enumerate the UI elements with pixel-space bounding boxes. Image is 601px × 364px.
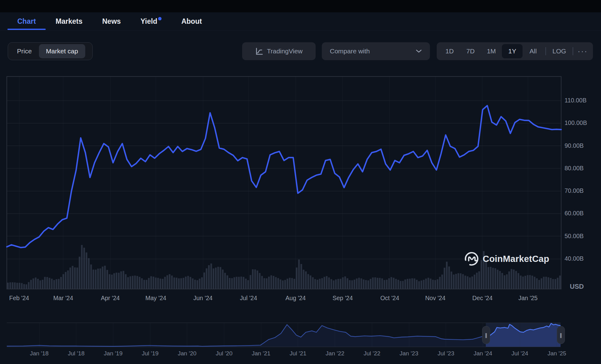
y-axis-label: 80.00B bbox=[565, 165, 601, 172]
chevron-down-icon bbox=[416, 49, 422, 53]
x-axis-label: May '24 bbox=[137, 295, 174, 302]
navigator-axis-label: Jan '22 bbox=[317, 350, 354, 357]
tab-label: About bbox=[181, 17, 202, 26]
y-axis-label: 50.00B bbox=[565, 233, 601, 240]
interval-7d-button[interactable]: 7D bbox=[460, 44, 481, 58]
tab-label: Yield bbox=[141, 17, 157, 26]
y-axis-label: 70.00B bbox=[565, 187, 601, 194]
toggle-option-market-cap[interactable]: Market cap bbox=[39, 44, 85, 58]
navigator-axis-label: Jul '24 bbox=[501, 350, 538, 357]
x-axis-label: Sep '24 bbox=[324, 295, 361, 302]
x-axis-label: Oct '24 bbox=[371, 295, 408, 302]
y-axis-label: 40.00B bbox=[565, 255, 601, 262]
tab-label: News bbox=[102, 17, 121, 26]
divider bbox=[545, 47, 546, 55]
x-axis-label: Nov '24 bbox=[417, 295, 454, 302]
interval-1y-button[interactable]: 1Y bbox=[502, 44, 523, 58]
tradingview-icon bbox=[255, 47, 263, 56]
tab-about[interactable]: About bbox=[171, 12, 212, 31]
navigator-axis-label: Jul '19 bbox=[132, 350, 169, 357]
tab-bar: ChartMarketsNewsYieldAbout bbox=[0, 12, 601, 31]
x-axis-label: Jul '24 bbox=[230, 295, 267, 302]
x-axis-label: Jan '25 bbox=[510, 295, 547, 302]
tab-yield[interactable]: Yield bbox=[131, 12, 171, 31]
toggle-option-price[interactable]: Price bbox=[10, 48, 39, 55]
chart-page: ChartMarketsNewsYieldAbout Price Market … bbox=[0, 0, 601, 364]
tradingview-label: TradingView bbox=[267, 48, 303, 55]
price-marketcap-toggle[interactable]: Price Market cap bbox=[8, 42, 93, 60]
y-axis-label: 110.00B bbox=[565, 97, 601, 104]
navigator-axis-label: Jan '25 bbox=[538, 350, 575, 357]
tab-label: Chart bbox=[17, 17, 36, 26]
x-axis-label: Dec '24 bbox=[464, 295, 501, 302]
chart-plot-area[interactable] bbox=[7, 77, 561, 289]
tab-news[interactable]: News bbox=[92, 12, 131, 31]
interval-1m-button[interactable]: 1M bbox=[481, 44, 502, 58]
interval-selector: 1D7D1M1YAllLOG··· bbox=[437, 42, 593, 60]
interval-1d-button[interactable]: 1D bbox=[439, 44, 460, 58]
navigator-axis-label: Jul '21 bbox=[279, 350, 317, 357]
tab-chart[interactable]: Chart bbox=[7, 12, 46, 31]
x-axis-label: Apr '24 bbox=[92, 295, 129, 302]
x-axis-label: Aug '24 bbox=[277, 295, 314, 302]
y-axis-label: 60.00B bbox=[565, 210, 601, 217]
navigator-axis-label: Jul '23 bbox=[427, 350, 464, 357]
compare-with-label: Compare with bbox=[330, 48, 370, 55]
navigator-left-handle[interactable]: ∥ bbox=[482, 326, 490, 344]
tab-row-divider bbox=[0, 30, 601, 31]
more-options-button[interactable]: ··· bbox=[575, 44, 590, 58]
navigator-right-handle[interactable]: ∥ bbox=[557, 326, 565, 344]
navigator-axis-label: Jan '20 bbox=[169, 350, 206, 357]
navigator-axis-label: Jul '22 bbox=[353, 350, 390, 357]
navigator-axis-label: Jan '18 bbox=[21, 350, 58, 357]
navigator-axis-label: Jul '18 bbox=[58, 350, 95, 357]
log-scale-button[interactable]: LOG bbox=[548, 44, 571, 58]
y-axis-label: 100.00B bbox=[565, 119, 601, 126]
x-axis-label: Jun '24 bbox=[184, 295, 221, 302]
divider bbox=[573, 47, 573, 55]
navigator-axis-label: Jan '19 bbox=[95, 350, 132, 357]
navigator-axis-label: Jul '20 bbox=[206, 350, 243, 357]
compare-with-dropdown[interactable]: Compare with bbox=[322, 42, 430, 60]
tab-label: Markets bbox=[56, 17, 82, 26]
x-axis-label: Mar '24 bbox=[45, 295, 82, 302]
top-inset bbox=[0, 0, 601, 12]
navigator-selection[interactable] bbox=[486, 323, 561, 347]
tab-markets[interactable]: Markets bbox=[46, 12, 92, 31]
navigator-axis-label: Jan '21 bbox=[242, 350, 279, 357]
y-axis-label: 90.00B bbox=[565, 142, 601, 149]
interval-all-button[interactable]: All bbox=[523, 44, 544, 58]
currency-label: USD bbox=[570, 283, 584, 291]
navigator-axis-label: Jan '23 bbox=[390, 350, 427, 357]
x-axis-label: Feb '24 bbox=[1, 295, 38, 302]
new-badge-dot-icon bbox=[158, 17, 162, 20]
tradingview-button[interactable]: TradingView bbox=[242, 42, 316, 60]
navigator-axis-label: Jan '24 bbox=[464, 350, 502, 357]
